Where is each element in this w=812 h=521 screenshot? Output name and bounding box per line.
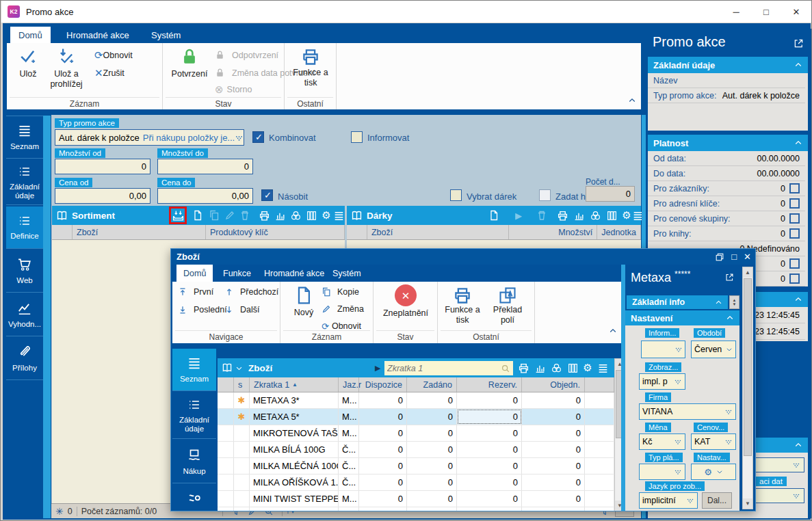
section-zakladni-udaje[interactable]: Základní údaje: [648, 57, 808, 73]
unconfirm-button[interactable]: Odpotvrzení: [215, 50, 278, 60]
close-icon[interactable]: ✕: [744, 252, 751, 262]
table-row[interactable]: MIKROTENOVÁ TAŠ...M... 00 00: [218, 425, 614, 442]
tab-system[interactable]: Systém: [143, 27, 189, 43]
sidebar-item-zakladni-udaje[interactable]: Základní údaje: [6, 160, 43, 205]
tab-domu[interactable]: Domů: [10, 27, 51, 43]
kombinovat-checkbox[interactable]: [252, 131, 264, 143]
section-platnost[interactable]: Platnost: [648, 135, 808, 151]
dialog-sidebar-zakladni-udaje[interactable]: Základní údaje: [172, 393, 216, 439]
next-button[interactable]: Další: [224, 305, 259, 315]
table-row[interactable]: ✱ METAXA 3*M... 00 00: [218, 392, 614, 409]
play-icon[interactable]: ▶: [512, 209, 525, 222]
menu-icon[interactable]: [332, 209, 345, 222]
sidebar-item-definice[interactable]: Definice: [6, 206, 43, 249]
scrollbar-thumb[interactable]: [744, 278, 752, 456]
ribbon-collapse-icon[interactable]: [628, 96, 636, 105]
dialog-tab-system[interactable]: Systém: [326, 265, 368, 282]
jazyk-dropdown[interactable]: implicitní: [639, 492, 698, 509]
typ-promo-akce-combo[interactable]: Aut. dárek k položce Při nákupu položky …: [55, 129, 244, 146]
scroll-up-icon[interactable]: ▲: [743, 267, 752, 278]
save-and-view-button[interactable]: Ulož a prohlížej: [47, 47, 86, 90]
inform-dropdown[interactable]: [641, 340, 685, 358]
refresh-button[interactable]: ⟳Obnovit: [94, 50, 133, 60]
panel-scrollbar[interactable]: ▲ ▼: [742, 267, 753, 509]
chart-icon[interactable]: [573, 209, 585, 222]
zobraz-dropdown[interactable]: impl. p: [639, 373, 685, 390]
play-filter-icon[interactable]: ▶: [375, 364, 380, 373]
sidebar-item-seznam[interactable]: Seznam: [6, 116, 43, 159]
new-record-icon[interactable]: [192, 209, 204, 222]
edit-record-icon[interactable]: [224, 209, 236, 222]
table-row[interactable]: MILKA BÍLÁ 100GČ... 00 00: [218, 442, 614, 458]
columns-icon[interactable]: [566, 362, 579, 374]
scroll-down-icon[interactable]: ▼: [743, 498, 752, 509]
save-button[interactable]: Ulož: [12, 47, 44, 79]
mnozstvi-do-field[interactable]: 0: [157, 159, 253, 174]
collapse-icon[interactable]: [726, 314, 734, 322]
row-checkbox[interactable]: [789, 198, 800, 209]
sidebar-item-web[interactable]: Web: [6, 250, 43, 293]
nastav-dropdown[interactable]: ⚙: [691, 464, 736, 480]
chart-icon[interactable]: [274, 209, 286, 222]
refresh-button[interactable]: ⟳Obnovit: [322, 321, 361, 331]
cena-od-field[interactable]: 0,00: [55, 188, 150, 204]
search-input[interactable]: [387, 364, 497, 373]
table-row-selected[interactable]: ✱ METAXA 5*M... 00 00: [218, 409, 614, 425]
venn-icon[interactable]: [550, 362, 562, 374]
mena-dropdown[interactable]: Kč: [639, 433, 685, 450]
asterisk-icon[interactable]: ✳: [55, 506, 64, 517]
change-button[interactable]: Změna: [322, 304, 364, 314]
search-icon[interactable]: [501, 364, 510, 373]
confirm-button[interactable]: Potvrzení: [170, 47, 209, 79]
dropdown-dots-icon[interactable]: [235, 133, 244, 142]
new-record-icon[interactable]: [488, 209, 500, 222]
table-row[interactable]: MILKA OŘÍŠKOVÁ 1...Č... 00 00: [218, 475, 614, 491]
row-checkbox[interactable]: [789, 183, 800, 193]
table-row[interactable]: MILKA MLÉČNÁ 100GČ... 00 00: [218, 458, 614, 475]
column-s[interactable]: s: [234, 377, 250, 392]
translate-fields-button[interactable]: Překladpolí: [487, 286, 528, 325]
cenov-dropdown[interactable]: KAT: [691, 433, 736, 450]
column-dispozice[interactable]: Dispozice: [359, 377, 407, 392]
venn-icon[interactable]: [589, 209, 601, 222]
last-button[interactable]: Poslední: [178, 305, 227, 315]
dialog-sidebar-seznam[interactable]: Seznam: [172, 349, 216, 391]
print-icon[interactable]: [517, 362, 529, 374]
maximize-icon[interactable]: □: [731, 252, 737, 262]
import-items-icon[interactable]: [172, 209, 184, 222]
firma-dropdown[interactable]: VITANA: [639, 403, 736, 420]
sidebar-item-prilohy[interactable]: Přílohy: [6, 338, 43, 380]
new-button[interactable]: Nový: [289, 284, 319, 318]
section-zakladni-info[interactable]: Základní info: [627, 295, 728, 309]
column-zadano[interactable]: Zadáno: [407, 377, 457, 392]
column-jednotka[interactable]: Jednotka: [597, 225, 641, 239]
collapse-icon[interactable]: [715, 299, 722, 306]
dialog-tab-hromadne-akce[interactable]: Hromadné akce: [257, 265, 331, 282]
collapse-icon[interactable]: [794, 295, 802, 304]
copy-record-icon[interactable]: [208, 209, 220, 222]
dialog-tab-funkce[interactable]: Funkce: [216, 265, 258, 282]
table-row[interactable]: MISS ASXG 00 00: [218, 507, 614, 511]
column-rezerv[interactable]: Rezerv.: [457, 377, 522, 392]
dialog-tab-domu[interactable]: Domů: [176, 265, 213, 282]
nasobit-checkbox[interactable]: [261, 189, 273, 201]
previous-button[interactable]: Předchozí: [224, 287, 278, 297]
storno-button[interactable]: ⊗Storno: [215, 84, 252, 94]
column-jaz[interactable]: Jaz.r: [339, 377, 359, 392]
functions-print-button[interactable]: Funkce atisk: [442, 286, 483, 325]
close-button[interactable]: ✕: [781, 1, 811, 22]
column-mnozstvi[interactable]: Množství: [509, 225, 597, 239]
gear-icon[interactable]: ⚙: [581, 362, 594, 374]
collapse-icon[interactable]: [794, 139, 802, 147]
delete-record-icon[interactable]: [536, 209, 548, 222]
delete-record-icon[interactable]: [239, 209, 251, 222]
first-button[interactable]: První: [178, 287, 213, 297]
restore-icon[interactable]: [715, 252, 724, 262]
menu-icon[interactable]: [597, 362, 609, 374]
dialog-sidebar-extra[interactable]: [172, 485, 216, 511]
obdobi-dropdown[interactable]: Červen: [691, 340, 736, 358]
maximize-button[interactable]: □: [751, 1, 781, 22]
column-produktovy-klic[interactable]: Produktový klíč: [206, 225, 345, 239]
column-objedn[interactable]: Objedn.: [522, 377, 585, 392]
minimize-button[interactable]: ─: [721, 1, 751, 22]
